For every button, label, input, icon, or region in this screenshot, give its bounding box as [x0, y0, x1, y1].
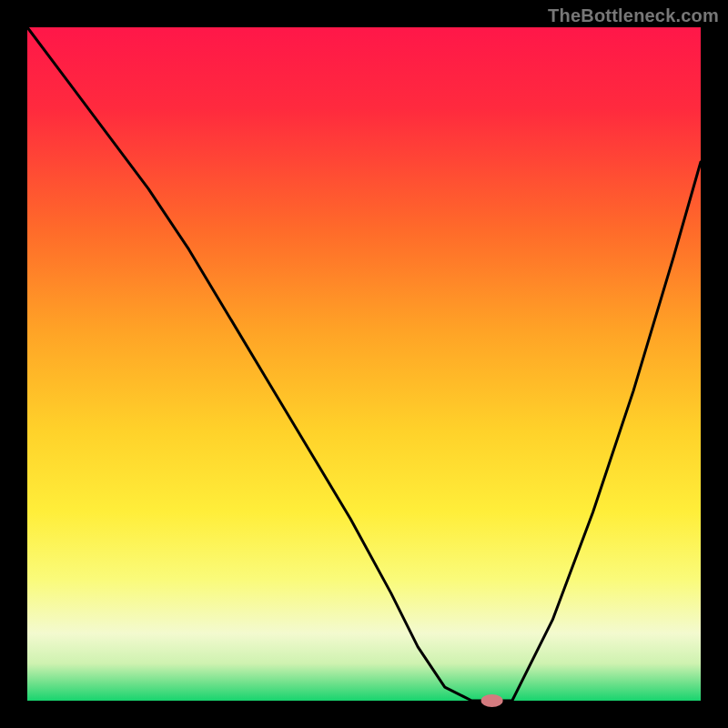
bottleneck-chart [0, 0, 728, 728]
chart-container: TheBottleneck.com [0, 0, 728, 728]
attribution-label: TheBottleneck.com [548, 5, 719, 26]
optimal-marker [481, 694, 503, 707]
gradient-background [27, 27, 701, 701]
